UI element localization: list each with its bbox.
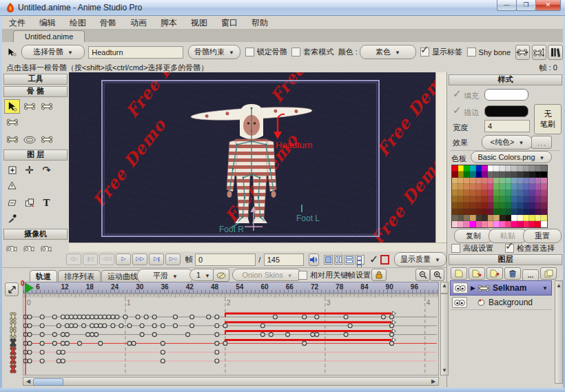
- keyframe-dot[interactable]: [99, 341, 103, 345]
- palette-swatch[interactable]: [452, 203, 458, 209]
- new-bone-layer-button[interactable]: [469, 267, 485, 280]
- palette-swatch[interactable]: [476, 165, 482, 172]
- character-selknam[interactable]: [191, 104, 313, 223]
- palette-swatch[interactable]: [517, 165, 524, 172]
- arrange-layers-tool[interactable]: [21, 196, 37, 210]
- menu-item-2[interactable]: 绘图: [63, 16, 93, 29]
- layer-row-background[interactable]: Background: [450, 296, 552, 310]
- effect-more-button[interactable]: ...: [531, 136, 552, 149]
- fill-color-swatch[interactable]: [484, 89, 528, 101]
- palette-swatch[interactable]: [517, 203, 524, 209]
- keyframe-dot[interactable]: [136, 315, 140, 319]
- keyframe-dot[interactable]: [107, 315, 111, 319]
- track-channel-bone-icon[interactable]: [9, 346, 19, 354]
- fill-enabled-check[interactable]: ✓: [453, 87, 462, 100]
- palette-swatch[interactable]: [464, 165, 470, 172]
- relative-keyframes-checkbox[interactable]: 相对用关键帧设置: [298, 270, 371, 280]
- palette-swatch[interactable]: [506, 203, 512, 209]
- palette-swatch[interactable]: [517, 215, 524, 221]
- palette-swatch[interactable]: [524, 178, 530, 184]
- keyframe-dot[interactable]: [269, 333, 273, 337]
- scrollbar-thumb[interactable]: [33, 378, 63, 386]
- new-layer-button[interactable]: [451, 267, 467, 280]
- palette-swatch[interactable]: [541, 203, 547, 209]
- palette-swatch[interactable]: [500, 172, 506, 178]
- layout-two-vertical-button[interactable]: [334, 255, 343, 265]
- keyframe-dot[interactable]: [28, 350, 32, 354]
- mute-button[interactable]: [309, 254, 319, 266]
- interpolation-dropdown[interactable]: 平滑▼: [137, 269, 194, 283]
- palette-swatch[interactable]: [511, 190, 517, 196]
- keyframe-dot[interactable]: [286, 333, 290, 337]
- keyframe-dot[interactable]: [140, 333, 144, 337]
- palette-swatch[interactable]: [493, 196, 500, 203]
- palette-swatch[interactable]: [488, 190, 494, 196]
- palette-swatch[interactable]: [506, 196, 512, 203]
- palette-swatch[interactable]: [506, 190, 512, 196]
- palette-swatch[interactable]: [488, 203, 494, 209]
- palette-swatch[interactable]: [541, 221, 547, 227]
- palette-swatch[interactable]: [506, 215, 512, 221]
- palette-swatch[interactable]: [452, 172, 458, 178]
- keyframe-dot[interactable]: [82, 324, 86, 328]
- keyframe-dot[interactable]: [61, 333, 65, 337]
- keyframe-dot[interactable]: [161, 341, 165, 345]
- palette-swatch[interactable]: [524, 184, 530, 190]
- palette-swatch[interactable]: [529, 221, 535, 227]
- palette-swatch[interactable]: [500, 221, 506, 227]
- palette-swatch[interactable]: [458, 178, 464, 184]
- palette-swatch[interactable]: [464, 178, 470, 184]
- keyframe-dot[interactable]: [78, 341, 82, 345]
- bone-constraints-dropdown[interactable]: 骨骼约束▼: [188, 45, 241, 59]
- layer-new-tool[interactable]: [4, 163, 20, 177]
- keyframe-dot[interactable]: [86, 315, 90, 319]
- keyframe-dot[interactable]: [90, 324, 94, 328]
- keyframe-dot[interactable]: [390, 315, 394, 319]
- palette-swatch[interactable]: [529, 215, 535, 221]
- minimize-button[interactable]: —: [497, 0, 517, 11]
- palette-swatch[interactable]: [452, 221, 458, 227]
- menu-item-6[interactable]: 视图: [184, 16, 214, 29]
- palette-swatch[interactable]: [524, 215, 530, 221]
- palette-swatch[interactable]: [511, 203, 517, 209]
- keyframe-dot[interactable]: [127, 341, 132, 345]
- keyframe-dot[interactable]: [52, 341, 56, 345]
- palette-swatch[interactable]: [452, 209, 458, 215]
- no-brush-button[interactable]: 无笔刷: [534, 104, 562, 134]
- timeline-tab-0[interactable]: 轨道: [30, 270, 57, 282]
- palette-swatch[interactable]: [535, 221, 542, 227]
- text-T-tool[interactable]: T: [39, 196, 54, 210]
- palette-swatch[interactable]: [517, 209, 524, 215]
- palette-swatch[interactable]: [535, 172, 542, 178]
- document-tab[interactable]: Untitled.anime: [13, 30, 85, 43]
- palette-swatch[interactable]: [458, 172, 464, 178]
- palette-swatch[interactable]: [488, 221, 494, 227]
- palette-swatch[interactable]: [535, 215, 542, 221]
- play-triangle[interactable]: [25, 282, 34, 293]
- palette-swatch[interactable]: [535, 165, 542, 172]
- keyframe-dot[interactable]: [69, 324, 73, 328]
- palette-swatch[interactable]: [493, 184, 500, 190]
- bone-rotate-tool[interactable]: [4, 115, 20, 130]
- keyframe-dot[interactable]: [56, 324, 61, 328]
- palette-swatch[interactable]: [470, 215, 476, 221]
- scroll-right-arrow[interactable]: ▶: [429, 378, 438, 384]
- palette-swatch[interactable]: [506, 165, 512, 172]
- palette-swatch[interactable]: [482, 172, 488, 178]
- cursor-bone-tool[interactable]: [4, 99, 20, 114]
- track-channel-bone-icon[interactable]: [9, 355, 19, 363]
- palette-swatch[interactable]: [464, 215, 470, 221]
- palette-swatch[interactable]: [511, 209, 517, 215]
- palette-swatch[interactable]: [452, 215, 458, 221]
- menu-item-3[interactable]: 骨骼: [93, 16, 123, 29]
- inspector-select-checkbox[interactable]: ✓检查器选择: [505, 243, 555, 254]
- palette-swatch[interactable]: [482, 184, 488, 190]
- palette-swatch[interactable]: [476, 190, 482, 196]
- keyframe-dot[interactable]: [161, 359, 165, 363]
- keyframe-dot[interactable]: [40, 315, 44, 319]
- palette-swatch[interactable]: [529, 172, 535, 178]
- palette-swatch[interactable]: [524, 172, 530, 178]
- bone-add-tool[interactable]: [39, 132, 54, 147]
- keyframe-dot[interactable]: [173, 315, 177, 319]
- keyframe-dot[interactable]: [315, 333, 319, 337]
